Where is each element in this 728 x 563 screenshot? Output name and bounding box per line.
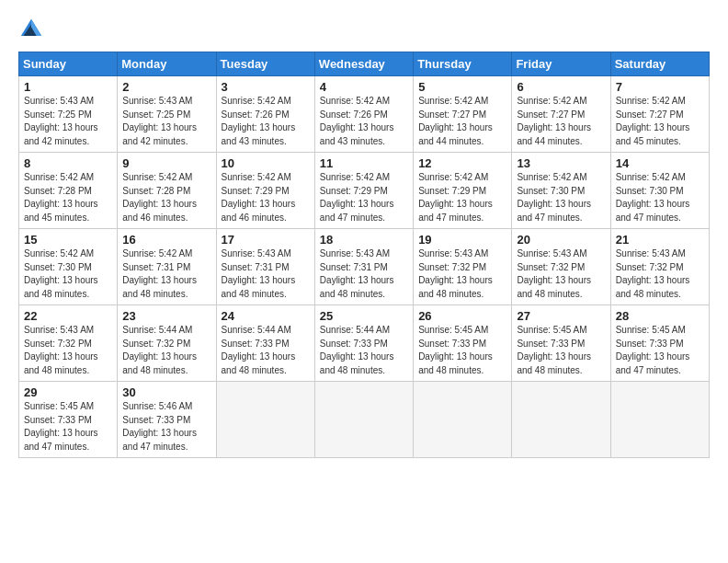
day-number: 25 — [320, 309, 408, 323]
day-number: 6 — [517, 80, 605, 94]
day-info: Sunrise: 5:45 AMSunset: 7:33 PMDaylight:… — [517, 324, 605, 377]
day-info: Sunrise: 5:42 AMSunset: 7:27 PMDaylight:… — [517, 95, 605, 148]
day-number: 17 — [222, 233, 310, 247]
day-cell: 11Sunrise: 5:42 AMSunset: 7:29 PMDayligh… — [314, 153, 413, 229]
day-number: 4 — [320, 80, 408, 94]
day-cell — [216, 382, 314, 458]
day-cell: 1Sunrise: 5:43 AMSunset: 7:25 PMDaylight… — [19, 76, 118, 153]
page: SundayMondayTuesdayWednesdayThursdayFrid… — [0, 0, 728, 563]
day-number: 22 — [24, 309, 112, 323]
logo-icon — [18, 17, 44, 42]
day-number: 19 — [418, 233, 506, 247]
day-info: Sunrise: 5:43 AMSunset: 7:31 PMDaylight:… — [222, 247, 310, 301]
day-number: 9 — [122, 156, 210, 170]
day-cell: 29Sunrise: 5:45 AMSunset: 7:33 PMDayligh… — [19, 382, 118, 458]
day-cell: 14Sunrise: 5:42 AMSunset: 7:30 PMDayligh… — [610, 153, 709, 229]
day-cell: 26Sunrise: 5:45 AMSunset: 7:33 PMDayligh… — [414, 305, 512, 382]
day-number: 28 — [616, 309, 704, 323]
day-info: Sunrise: 5:42 AMSunset: 7:30 PMDaylight:… — [517, 171, 605, 224]
day-cell: 5Sunrise: 5:42 AMSunset: 7:27 PMDaylight… — [414, 76, 512, 153]
day-cell: 3Sunrise: 5:42 AMSunset: 7:26 PMDaylight… — [216, 76, 314, 153]
day-cell: 17Sunrise: 5:43 AMSunset: 7:31 PMDayligh… — [216, 229, 314, 305]
header — [18, 17, 710, 42]
day-cell: 4Sunrise: 5:42 AMSunset: 7:26 PMDaylight… — [314, 76, 413, 153]
day-cell: 7Sunrise: 5:42 AMSunset: 7:27 PMDaylight… — [610, 76, 709, 153]
logo — [18, 17, 48, 42]
day-info: Sunrise: 5:45 AMSunset: 7:33 PMDaylight:… — [418, 324, 506, 377]
day-cell: 23Sunrise: 5:44 AMSunset: 7:32 PMDayligh… — [118, 305, 216, 382]
day-cell — [314, 382, 413, 458]
day-number: 20 — [517, 233, 605, 247]
day-info: Sunrise: 5:44 AMSunset: 7:32 PMDaylight:… — [122, 324, 210, 377]
day-number: 26 — [418, 309, 506, 323]
day-cell: 9Sunrise: 5:42 AMSunset: 7:28 PMDaylight… — [118, 153, 216, 229]
day-cell: 19Sunrise: 5:43 AMSunset: 7:32 PMDayligh… — [414, 229, 512, 305]
day-info: Sunrise: 5:42 AMSunset: 7:28 PMDaylight:… — [24, 171, 112, 224]
day-number: 12 — [418, 156, 506, 170]
day-cell: 25Sunrise: 5:44 AMSunset: 7:33 PMDayligh… — [314, 305, 413, 382]
weekday-header-sunday: Sunday — [19, 52, 118, 76]
day-cell: 28Sunrise: 5:45 AMSunset: 7:33 PMDayligh… — [610, 305, 709, 382]
day-number: 7 — [616, 80, 704, 94]
day-info: Sunrise: 5:42 AMSunset: 7:29 PMDaylight:… — [320, 171, 408, 224]
day-number: 30 — [122, 385, 210, 399]
day-info: Sunrise: 5:43 AMSunset: 7:31 PMDaylight:… — [320, 247, 408, 301]
day-cell: 27Sunrise: 5:45 AMSunset: 7:33 PMDayligh… — [512, 305, 610, 382]
weekday-header-saturday: Saturday — [610, 52, 709, 76]
day-info: Sunrise: 5:43 AMSunset: 7:32 PMDaylight:… — [517, 247, 605, 301]
day-info: Sunrise: 5:45 AMSunset: 7:33 PMDaylight:… — [616, 324, 704, 377]
day-info: Sunrise: 5:42 AMSunset: 7:29 PMDaylight:… — [222, 171, 310, 224]
week-row-3: 15Sunrise: 5:42 AMSunset: 7:30 PMDayligh… — [19, 229, 710, 305]
day-cell — [512, 382, 610, 458]
day-cell — [414, 382, 512, 458]
day-cell — [610, 382, 709, 458]
day-info: Sunrise: 5:44 AMSunset: 7:33 PMDaylight:… — [222, 324, 310, 377]
day-info: Sunrise: 5:44 AMSunset: 7:33 PMDaylight:… — [320, 324, 408, 377]
day-number: 3 — [222, 80, 310, 94]
day-info: Sunrise: 5:42 AMSunset: 7:29 PMDaylight:… — [418, 171, 506, 224]
day-cell: 15Sunrise: 5:42 AMSunset: 7:30 PMDayligh… — [19, 229, 118, 305]
day-number: 5 — [418, 80, 506, 94]
weekday-header-thursday: Thursday — [414, 52, 512, 76]
day-number: 11 — [320, 156, 408, 170]
week-row-4: 22Sunrise: 5:43 AMSunset: 7:32 PMDayligh… — [19, 305, 710, 382]
day-info: Sunrise: 5:42 AMSunset: 7:31 PMDaylight:… — [122, 247, 210, 301]
weekday-header-row: SundayMondayTuesdayWednesdayThursdayFrid… — [19, 52, 710, 76]
day-number: 2 — [122, 80, 210, 94]
week-row-5: 29Sunrise: 5:45 AMSunset: 7:33 PMDayligh… — [19, 382, 710, 458]
day-cell: 2Sunrise: 5:43 AMSunset: 7:25 PMDaylight… — [118, 76, 216, 153]
day-cell: 16Sunrise: 5:42 AMSunset: 7:31 PMDayligh… — [118, 229, 216, 305]
day-info: Sunrise: 5:43 AMSunset: 7:32 PMDaylight:… — [616, 247, 704, 301]
week-row-2: 8Sunrise: 5:42 AMSunset: 7:28 PMDaylight… — [19, 153, 710, 229]
day-info: Sunrise: 5:42 AMSunset: 7:26 PMDaylight:… — [320, 95, 408, 148]
weekday-header-wednesday: Wednesday — [314, 52, 413, 76]
day-info: Sunrise: 5:42 AMSunset: 7:26 PMDaylight:… — [222, 95, 310, 148]
day-number: 18 — [320, 233, 408, 247]
day-info: Sunrise: 5:43 AMSunset: 7:32 PMDaylight:… — [24, 324, 112, 377]
day-cell: 21Sunrise: 5:43 AMSunset: 7:32 PMDayligh… — [610, 229, 709, 305]
day-cell: 24Sunrise: 5:44 AMSunset: 7:33 PMDayligh… — [216, 305, 314, 382]
day-number: 23 — [122, 309, 210, 323]
day-number: 27 — [517, 309, 605, 323]
day-info: Sunrise: 5:42 AMSunset: 7:27 PMDaylight:… — [616, 95, 704, 148]
weekday-header-friday: Friday — [512, 52, 610, 76]
week-row-1: 1Sunrise: 5:43 AMSunset: 7:25 PMDaylight… — [19, 76, 710, 153]
day-cell: 6Sunrise: 5:42 AMSunset: 7:27 PMDaylight… — [512, 76, 610, 153]
day-number: 21 — [616, 233, 704, 247]
day-number: 14 — [616, 156, 704, 170]
day-number: 10 — [222, 156, 310, 170]
day-cell: 10Sunrise: 5:42 AMSunset: 7:29 PMDayligh… — [216, 153, 314, 229]
day-number: 29 — [24, 385, 112, 399]
day-cell: 12Sunrise: 5:42 AMSunset: 7:29 PMDayligh… — [414, 153, 512, 229]
day-number: 15 — [24, 233, 112, 247]
weekday-header-monday: Monday — [118, 52, 216, 76]
day-number: 24 — [222, 309, 310, 323]
day-info: Sunrise: 5:43 AMSunset: 7:25 PMDaylight:… — [122, 95, 210, 148]
day-cell: 20Sunrise: 5:43 AMSunset: 7:32 PMDayligh… — [512, 229, 610, 305]
day-cell: 18Sunrise: 5:43 AMSunset: 7:31 PMDayligh… — [314, 229, 413, 305]
day-info: Sunrise: 5:43 AMSunset: 7:25 PMDaylight:… — [24, 95, 112, 148]
day-cell: 22Sunrise: 5:43 AMSunset: 7:32 PMDayligh… — [19, 305, 118, 382]
calendar-table: SundayMondayTuesdayWednesdayThursdayFrid… — [18, 52, 710, 458]
day-number: 8 — [24, 156, 112, 170]
day-info: Sunrise: 5:42 AMSunset: 7:27 PMDaylight:… — [418, 95, 506, 148]
